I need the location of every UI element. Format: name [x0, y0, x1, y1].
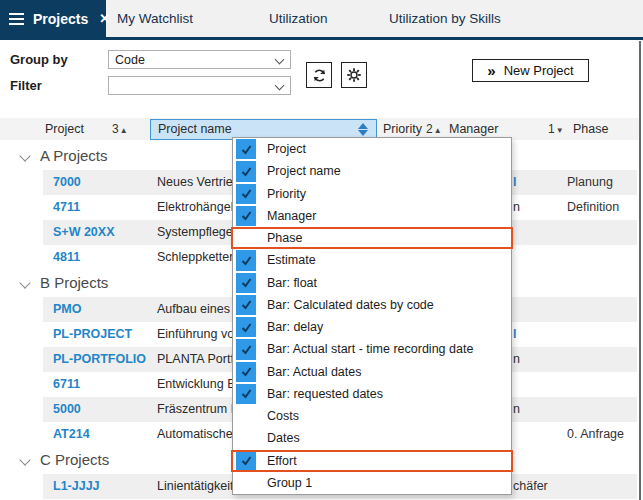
menu-item-label: Bar: requested dates: [267, 387, 383, 401]
menu-item-manager[interactable]: Manager: [233, 205, 511, 227]
collapse-chevron-icon[interactable]: [19, 150, 30, 161]
checkbox-checked-icon[interactable]: [236, 161, 256, 181]
checkbox-checked-icon[interactable]: [236, 139, 256, 159]
checkbox-checked-icon[interactable]: [236, 339, 256, 359]
menu-item-bar-actual-dates[interactable]: Bar: Actual dates: [233, 361, 511, 383]
manager-cell-fragment: n: [513, 200, 520, 214]
group-by-select[interactable]: Code: [108, 50, 291, 69]
project-code-link[interactable]: PMO: [53, 302, 81, 316]
sort-indicator-project[interactable]: 3▲: [112, 118, 128, 140]
menu-item-project-name[interactable]: Project name: [233, 160, 511, 182]
menu-item-project[interactable]: Project: [233, 138, 511, 160]
project-name-header-label: Project name: [158, 122, 232, 136]
hamburger-menu-icon[interactable]: [9, 13, 24, 25]
project-name-cell: Neues Vertrieb: [157, 175, 240, 189]
tab-my-watchlist-label: My Watchlist: [117, 11, 193, 26]
checkbox-checked-icon[interactable]: [236, 451, 256, 471]
menu-item-phase[interactable]: Phase: [233, 227, 511, 249]
menu-item-label: Bar: delay: [267, 320, 323, 334]
tab-utilization-by-skills[interactable]: Utilization by Skills: [389, 0, 501, 37]
checkbox-checked-icon[interactable]: [236, 273, 256, 293]
project-code-link[interactable]: S+W 20XX: [53, 225, 115, 239]
checkbox-checked-icon[interactable]: [236, 250, 256, 270]
new-project-button[interactable]: » New Project: [472, 59, 589, 82]
column-header-project[interactable]: Project: [45, 118, 84, 140]
chevron-down-icon: [275, 55, 285, 65]
menu-item-dates[interactable]: Dates: [233, 427, 511, 449]
checkbox-checked-icon[interactable]: [236, 184, 256, 204]
menu-item-bar-requested-dates[interactable]: Bar: requested dates: [233, 383, 511, 405]
menu-item-label: Project name: [267, 164, 341, 178]
group-label: B Projects: [40, 274, 108, 291]
refresh-button[interactable]: [306, 62, 332, 88]
double-chevron-icon: »: [487, 63, 495, 78]
project-code-link[interactable]: 6711: [53, 377, 80, 391]
tab-utilization-label: Utilization: [269, 11, 328, 26]
sort-indicator-manager[interactable]: 1▼: [548, 118, 564, 140]
menu-item-bar-calculated-dates-by-code[interactable]: Bar: Calculated dates by code: [233, 294, 511, 316]
checkbox-checked-icon[interactable]: [236, 317, 256, 337]
project-name-cell: Schleppketten: [157, 250, 236, 264]
project-name-cell: Systempflege: [157, 225, 233, 239]
manager-cell-fragment: l: [513, 327, 516, 341]
menu-item-label: Effort: [267, 454, 297, 468]
column-header-phase[interactable]: Phase: [573, 118, 608, 140]
menu-item-priority[interactable]: Priority: [233, 183, 511, 205]
menu-item-group-1[interactable]: Group 1: [233, 472, 511, 494]
group-label: C Projects: [40, 451, 109, 468]
checkbox-checked-icon[interactable]: [236, 295, 256, 315]
project-code-link[interactable]: AT214: [53, 427, 90, 441]
project-name-cell: Fräszentrum F: [157, 402, 238, 416]
filter-label: Filter: [10, 78, 42, 93]
tab-projects[interactable]: Projects ✕: [0, 0, 106, 37]
menu-item-label: Costs: [267, 409, 299, 423]
project-code-link[interactable]: L1-JJJJ: [53, 479, 100, 493]
menu-item-label: Group 1: [267, 476, 312, 490]
collapse-chevron-icon[interactable]: [19, 277, 30, 288]
project-code-link[interactable]: PL-PORTFOLIO: [53, 352, 146, 366]
menu-item-effort[interactable]: Effort: [233, 450, 511, 472]
new-project-label: New Project: [504, 63, 574, 78]
settings-button[interactable]: [341, 62, 367, 88]
checkbox-checked-icon[interactable]: [236, 206, 256, 226]
menu-item-costs[interactable]: Costs: [233, 405, 511, 427]
menu-item-label: Bar: Actual dates: [267, 365, 362, 379]
menu-item-bar-actual-start-time-recording-date[interactable]: Bar: Actual start - time recording date: [233, 338, 511, 360]
filter-select[interactable]: [108, 76, 291, 95]
project-name-cell: PLANTA Portfo: [157, 352, 241, 366]
sort-updown-icon[interactable]: [358, 123, 368, 136]
manager-cell-fragment: l: [513, 175, 516, 189]
project-code-link[interactable]: 4711: [53, 200, 80, 214]
checkbox-checked-icon[interactable]: [236, 384, 256, 404]
menu-item-label: Dates: [267, 431, 300, 445]
app-window: Projects ✕ My Watchlist Utilization Util…: [0, 0, 643, 500]
tab-utilization[interactable]: Utilization: [269, 0, 328, 37]
phase-cell: 0. Anfrage: [567, 427, 624, 441]
menu-item-label: Bar: Calculated dates by code: [267, 298, 434, 312]
gear-icon: [345, 66, 363, 84]
menu-item-bar-float[interactable]: Bar: float: [233, 272, 511, 294]
group-label: A Projects: [40, 147, 108, 164]
manager-cell-fragment: n: [513, 402, 520, 416]
group-by-label: Group by: [10, 52, 68, 67]
phase-cell: Planung: [567, 175, 613, 189]
project-code-link[interactable]: 5000: [53, 402, 81, 416]
project-code-link[interactable]: 7000: [53, 175, 81, 189]
tab-my-watchlist[interactable]: My Watchlist: [117, 0, 193, 37]
menu-item-label: Phase: [267, 231, 302, 245]
collapse-chevron-icon[interactable]: [19, 454, 30, 465]
project-name-cell: Aufbau eines P: [157, 302, 242, 316]
phase-cell: Definition: [567, 200, 619, 214]
project-code-link[interactable]: PL-PROJECT: [53, 327, 132, 341]
menu-item-label: Bar: Actual start - time recording date: [267, 342, 473, 356]
project-code-link[interactable]: 4811: [53, 250, 80, 264]
menu-item-estimate[interactable]: Estimate: [233, 249, 511, 271]
close-tab-icon[interactable]: ✕: [99, 11, 110, 26]
checkbox-checked-icon[interactable]: [236, 362, 256, 382]
tab-bar: Projects ✕ My Watchlist Utilization Util…: [0, 0, 643, 40]
column-chooser-menu: ProjectProject namePriorityManagerPhaseE…: [232, 137, 512, 495]
manager-cell-fragment: chäfer: [513, 479, 548, 493]
tab-projects-label: Projects: [33, 11, 88, 27]
menu-item-bar-delay[interactable]: Bar: delay: [233, 316, 511, 338]
panel-right-border: [639, 41, 641, 500]
